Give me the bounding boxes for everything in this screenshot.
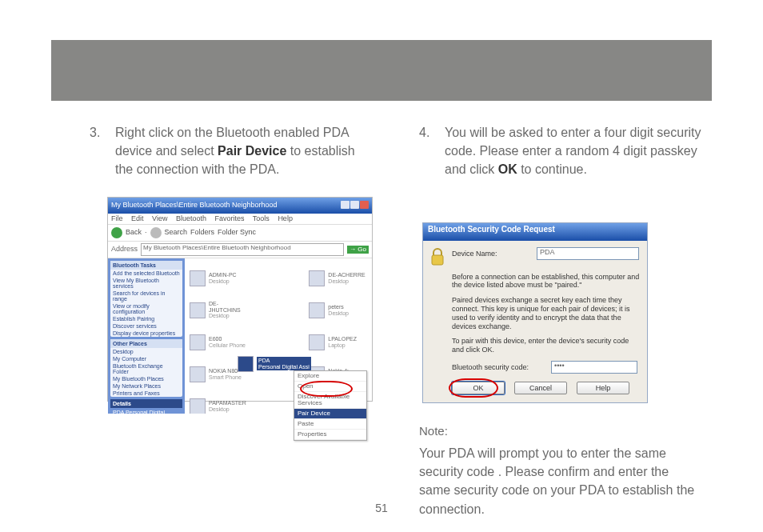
step-3: 3. Right click on the Bluetooth enabled … <box>90 123 374 179</box>
task-item[interactable]: Add the selected Bluetooth <box>110 270 182 277</box>
help-button[interactable]: Help <box>577 382 629 394</box>
desktop-icon <box>190 302 206 318</box>
note-label: Note: <box>419 424 703 438</box>
window-title: My Bluetooth Places\Entire Bluetooth Nei… <box>111 202 278 209</box>
menu-view[interactable]: View <box>152 214 167 222</box>
svg-rect-0 <box>432 255 443 265</box>
go-button[interactable]: → Go <box>347 246 369 254</box>
device-item[interactable]: DE-ACHERREDesktop <box>309 263 367 294</box>
security-code-input[interactable]: •••• <box>551 361 637 374</box>
ok-button[interactable]: OK <box>452 382 505 394</box>
menu-help[interactable]: Help <box>278 214 293 222</box>
folder-sync-label[interactable]: Folder Sync <box>218 229 256 236</box>
details-text: PDA Personal Digital Assistant <box>110 408 182 414</box>
forward-icon[interactable] <box>150 227 162 238</box>
desktop-icon <box>190 270 206 286</box>
phone-icon <box>190 366 206 382</box>
ctx-pair-device[interactable]: Pair Device <box>294 409 366 419</box>
sidebar: Bluetooth Tasks Add the selected Bluetoo… <box>108 258 185 414</box>
device-name-input[interactable]: PDA <box>537 247 639 260</box>
ctx-open[interactable]: Open <box>294 382 366 392</box>
step-4-text: You will be asked to enter a four digit … <box>445 123 703 179</box>
back-label[interactable]: Back <box>126 229 142 236</box>
cancel-button[interactable]: Cancel <box>514 382 567 394</box>
menu-edit[interactable]: Edit <box>131 214 144 222</box>
dialog-paragraph-1: Before a connection can be established, … <box>452 273 641 290</box>
bluetooth-tasks-panel: Bluetooth Tasks Add the selected Bluetoo… <box>110 261 182 337</box>
task-item[interactable]: Display device properties <box>110 330 182 337</box>
task-item[interactable]: View or modify configuration <box>110 302 182 315</box>
device-item[interactable]: DE-JHUTCHINSDesktop <box>190 295 248 326</box>
dialog-paragraph-2: Paired devices exchange a secret key eac… <box>452 296 641 330</box>
task-item[interactable]: Establish Pairing <box>110 315 182 322</box>
page-number: 51 <box>0 502 763 514</box>
dialog-paragraph-3: To pair with this device, enter the devi… <box>452 337 641 354</box>
device-item[interactable]: petersDesktop <box>309 295 367 326</box>
laptop-icon <box>309 334 325 350</box>
step-4-text-bold: OK <box>498 162 517 176</box>
ctx-discover[interactable]: Discover Available Services <box>294 392 366 409</box>
search-label[interactable]: Search <box>165 229 188 236</box>
gray-banner <box>51 40 712 101</box>
device-item[interactable]: PAPAMASTERDesktop <box>190 391 248 414</box>
device-pda-selected[interactable]: PDAPersonal Digital Assi <box>238 356 314 372</box>
folders-label[interactable]: Folders <box>190 229 214 236</box>
step-3-text-bold: Pair Device <box>218 144 286 158</box>
pda-icon <box>238 356 254 372</box>
details-title: Details <box>110 399 182 408</box>
desktop-icon <box>309 302 325 318</box>
place-item[interactable]: My Bluetooth Places <box>110 375 182 382</box>
details-panel: Details PDA Personal Digital Assistant <box>110 399 182 414</box>
task-item[interactable]: Discover services <box>110 322 182 330</box>
menu-bluetooth[interactable]: Bluetooth <box>176 214 206 222</box>
step-3-text: Right click on the Bluetooth enabled PDA… <box>115 123 374 179</box>
address-label: Address <box>111 246 138 253</box>
device-item[interactable]: LPALOPEZLaptop <box>309 327 367 358</box>
place-item[interactable]: My Computer <box>110 355 182 362</box>
device-item[interactable]: E600Cellular Phone <box>190 327 248 358</box>
ctx-explore[interactable]: Explore <box>294 371 366 382</box>
minimize-button[interactable] <box>341 201 350 209</box>
toolbar: Back · Search Folders Folder Sync <box>108 225 372 242</box>
step-4: 4. You will be asked to enter a four dig… <box>419 123 703 179</box>
menu-favorites[interactable]: Favorites <box>214 214 244 222</box>
maximize-button[interactable] <box>350 201 359 209</box>
lock-icon <box>429 247 445 266</box>
desktop-icon <box>190 398 206 414</box>
address-input[interactable]: My Bluetooth Places\Entire Bluetooth Nei… <box>141 243 344 256</box>
security-code-dialog: Bluetooth Security Code Request Device N… <box>422 222 648 403</box>
step-number: 4. <box>419 123 445 179</box>
ctx-paste[interactable]: Paste <box>294 419 366 430</box>
step-number: 3. <box>90 123 115 179</box>
dialog-title: Bluetooth Security Code Request <box>423 223 647 241</box>
menu-tools[interactable]: Tools <box>253 214 270 222</box>
device-item[interactable]: ADMIN-PCDesktop <box>190 263 248 294</box>
phone-icon <box>190 334 206 350</box>
place-item[interactable]: Bluetooth Exchange Folder <box>110 362 182 375</box>
close-button[interactable] <box>360 201 369 209</box>
other-places-panel: Other Places Desktop My Computer Bluetoo… <box>110 339 182 397</box>
ctx-properties[interactable]: Properties <box>294 430 366 440</box>
other-places-title: Other Places <box>110 339 182 348</box>
place-item[interactable]: Printers and Faxes <box>110 390 182 397</box>
menu-file[interactable]: File <box>111 214 123 222</box>
task-item[interactable]: Search for devices in range <box>110 290 182 302</box>
window-buttons <box>340 201 369 210</box>
place-item[interactable]: Desktop <box>110 348 182 355</box>
context-menu: Explore Open Discover Available Services… <box>294 370 367 441</box>
bluetooth-explorer-screenshot: My Bluetooth Places\Entire Bluetooth Nei… <box>107 197 373 402</box>
place-item[interactable]: My Network Places <box>110 382 182 390</box>
address-bar: Address My Bluetooth Places\Entire Bluet… <box>108 242 372 258</box>
window-titlebar: My Bluetooth Places\Entire Bluetooth Nei… <box>108 198 372 214</box>
bluetooth-tasks-title: Bluetooth Tasks <box>110 261 182 270</box>
desktop-icon <box>309 270 325 286</box>
menu-bar: File Edit View Bluetooth Favorites Tools… <box>108 214 372 225</box>
back-icon[interactable] <box>111 227 122 238</box>
step-4-text-after: to continue. <box>517 162 587 176</box>
security-code-label: Bluetooth security code: <box>452 363 546 371</box>
task-item[interactable]: View My Bluetooth services <box>110 277 182 290</box>
device-name-label: Device Name: <box>452 250 532 258</box>
